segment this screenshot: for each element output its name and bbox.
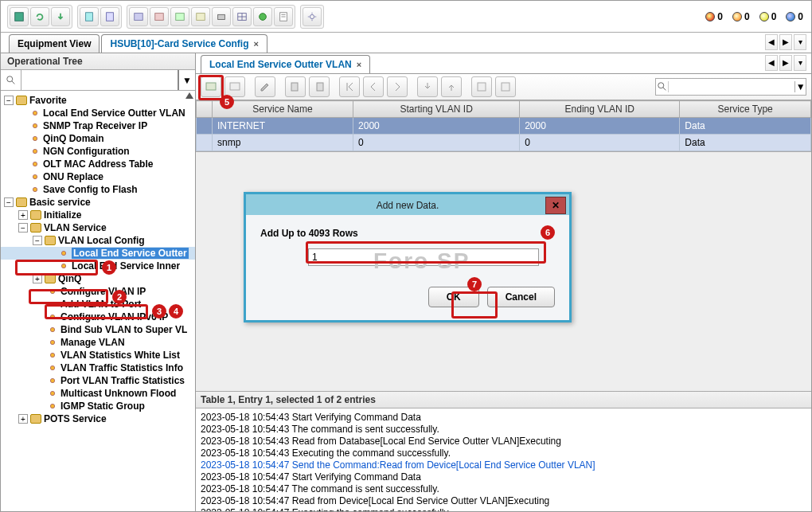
tree-favorite[interactable]: −Favorite [1,94,195,107]
tree-local-end-outter[interactable]: Local End Service Outter [1,247,195,260]
gear-icon [29,158,41,170]
svg-point-9 [260,13,267,20]
tb-save-icon[interactable] [10,7,29,26]
tabs-menu-icon[interactable]: ▾ [794,55,806,71]
export-icon[interactable] [441,76,462,97]
alarm-major[interactable]: 0 [732,11,750,22]
tab-card-service-config[interactable]: HSUB[10]-Card Service Config× [101,34,267,53]
tree-item[interactable]: NGN Configuration [1,145,195,158]
tab-label: Equipment View [18,38,91,49]
alarm-info[interactable]: 0 [786,11,803,22]
expand-icon[interactable]: + [18,210,28,220]
next-icon[interactable] [387,76,408,97]
tab-label: HSUB[10]-Card Service Config [110,38,248,49]
tb-print-icon[interactable] [212,7,231,26]
expand-icon[interactable]: + [18,414,28,424]
search-icon [656,81,669,92]
tree-basic-service[interactable]: −Basic service [1,196,195,209]
gear-icon [47,286,58,297]
import-icon[interactable] [417,76,438,97]
gear-icon [29,171,41,182]
tabs-prev-icon[interactable]: ◀ [765,34,778,50]
log-line: 2023-05-18 10:54:43 The command is sent … [201,424,806,436]
tb-refresh-icon[interactable] [30,7,49,26]
tb-doc2-icon[interactable] [100,7,119,26]
tree-item[interactable]: Bind Sub VLAN to Super VL [1,323,195,336]
alarm-critical[interactable]: 0 [705,11,723,22]
tabs-next-icon[interactable]: ▶ [779,34,792,50]
tree-item[interactable]: SNMP Trap Receiver IP [1,119,195,132]
tree-initialize[interactable]: +Initialize [1,209,195,221]
svg-point-27 [50,353,54,357]
gear-icon [58,260,69,272]
tree-item[interactable]: Manage VLAN [1,336,195,349]
tb-sheet1-icon[interactable] [129,7,148,26]
col-start-vlan[interactable]: Starting VLAN ID [353,101,520,118]
content-search-input[interactable] [669,81,794,92]
tabs-prev-icon[interactable]: ◀ [765,55,778,71]
prev-icon[interactable] [363,76,384,97]
search-dropdown-icon[interactable]: ▼ [178,70,195,90]
tree-item[interactable]: VLAN Statistics White List [1,349,195,362]
tree-item[interactable]: OLT MAC Address Table [1,158,195,170]
table-row[interactable]: snmp00Data [197,135,811,151]
tree-item[interactable]: Multicast Unknown Flood [1,387,195,400]
tree-item[interactable]: VLAN Traffic Statistics Info [1,362,195,374]
command-log[interactable]: 2023-05-18 10:54:43 Start Verifying Comm… [196,408,811,511]
search-dropdown-icon[interactable]: ▼ [794,81,806,92]
tb-sheet3-icon[interactable] [170,7,189,26]
close-icon[interactable]: × [254,39,259,49]
close-icon[interactable]: × [357,60,361,69]
tree-item[interactable]: Port VLAN Traffic Statistics [1,374,195,387]
tabs-next-icon[interactable]: ▶ [779,55,792,71]
svg-point-28 [50,365,54,369]
badge-1: 1 [102,260,116,275]
expand-icon[interactable]: + [33,274,42,283]
cancel-button[interactable]: Cancel [487,287,555,307]
alarm-minor[interactable]: 0 [759,11,777,22]
tb-sheet2-icon[interactable] [150,7,169,26]
folder-icon [16,197,27,207]
add-row-icon[interactable] [201,76,221,97]
tabs-menu-icon[interactable]: ▾ [794,34,806,50]
tree-item[interactable]: Configure VLAN IP [1,285,195,298]
copy-icon[interactable] [285,76,306,97]
tab-local-end-outter-vlan[interactable]: Local End Service Outter VLAN× [201,55,370,73]
tb-sheet4-icon[interactable] [191,7,210,26]
edit-icon[interactable] [255,76,275,97]
tree-item[interactable]: ONU Replace [1,170,195,183]
tree-item[interactable]: IGMP Static Group [1,400,195,412]
col-end-vlan[interactable]: Ending VLAN ID [520,101,680,118]
tree-search-input[interactable] [21,70,178,90]
tb-report-icon[interactable] [274,7,293,26]
rows-input[interactable] [308,248,539,266]
tree-item[interactable]: QinQ Domain [1,132,195,145]
tree-pots-service[interactable]: +POTS Service [1,412,195,425]
first-icon[interactable] [339,76,360,97]
col-service-type[interactable]: Service Type [680,101,811,118]
tree-item[interactable]: Save Config to Flash [1,183,195,196]
collapse-icon[interactable]: − [4,197,14,207]
filter1-icon[interactable] [471,76,492,97]
collapse-icon[interactable]: − [18,223,28,233]
tree-item[interactable]: Local End Service Outter VLAN [1,107,195,119]
collapse-icon[interactable]: − [33,236,42,245]
dialog-close-icon[interactable]: ✕ [545,197,566,214]
table-status: Table 1, Entry 1, selected 1 of 2 entrie… [196,391,811,408]
tb-doc1-icon[interactable] [80,7,99,26]
tb-globe-icon[interactable] [253,7,272,26]
tab-equipment-view[interactable]: Equipment View [9,34,100,53]
paste-icon[interactable] [309,76,330,97]
data-table: Service Name Starting VLAN ID Ending VLA… [196,100,811,152]
table-row[interactable]: INTERNET20002000Data [197,118,811,135]
collapse-icon[interactable]: − [4,96,14,105]
tree-vlan-service[interactable]: −VLAN Service [1,221,195,234]
tb-down-icon[interactable] [51,7,70,26]
tb-grid-icon[interactable] [232,7,252,26]
tree-local-end-inner[interactable]: Local End Service Inner [1,260,195,272]
filter2-icon[interactable] [495,76,516,97]
tb-settings-icon[interactable] [303,7,322,26]
tree-qinq[interactable]: +QinQ [1,272,195,285]
svg-point-15 [33,136,37,140]
tree-vlan-local-config[interactable]: −VLAN Local Config [1,234,195,247]
